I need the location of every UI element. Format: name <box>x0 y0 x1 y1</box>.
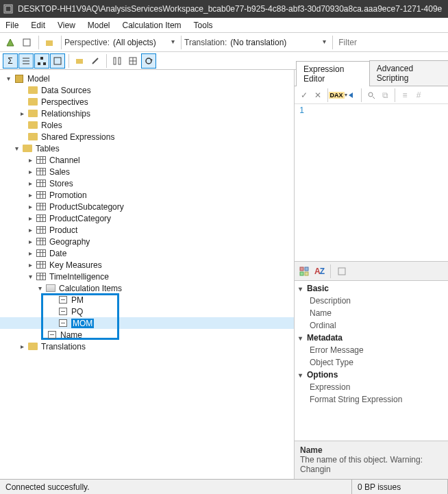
property-pages-icon[interactable] <box>335 264 349 278</box>
tree-folder-shared[interactable]: ▸Shared Expressions <box>0 131 294 143</box>
tree-calcitem-pm[interactable]: .PM <box>0 294 294 306</box>
edit-icon[interactable] <box>88 53 103 69</box>
svg-point-22 <box>369 92 373 97</box>
menu-calculation-item[interactable]: Calculation Item <box>123 21 182 30</box>
columns-icon[interactable] <box>110 53 125 69</box>
tree-table[interactable]: ▸Promotion <box>0 189 294 201</box>
prop-formatstr[interactable]: Format String Expression <box>295 393 448 406</box>
svg-rect-3 <box>23 39 30 46</box>
window-title: DESKTOP-HH1V9AQ\AnalysisServicesWorkspac… <box>18 4 442 14</box>
folder-icon <box>22 144 33 153</box>
translation-combo[interactable]: (No translation) <box>227 36 329 49</box>
tree-table-ti[interactable]: ▾TimeIntelligence <box>0 271 294 282</box>
cube-icon[interactable] <box>19 35 34 50</box>
property-toolbar: AZ <box>295 262 448 281</box>
folder-icon <box>27 342 38 351</box>
calc-item-icon <box>58 319 69 328</box>
tree-model[interactable]: ▾Model <box>0 73 294 84</box>
tab-advanced-scripting[interactable]: Advanced Scripting <box>369 60 448 86</box>
hierarchy-icon[interactable] <box>34 53 49 69</box>
separator <box>361 88 362 102</box>
deploy-icon[interactable] <box>3 35 18 50</box>
table-icon <box>36 214 47 223</box>
menu-file[interactable]: File <box>5 21 18 30</box>
separator <box>395 88 395 102</box>
menu-model[interactable]: Model <box>88 21 110 30</box>
property-help: Name The name of this object. Warning: C… <box>295 441 448 479</box>
model-tree[interactable]: ▾Model ▸Data Sources ▸Perspectives ▸Rela… <box>0 70 295 479</box>
app-icon <box>3 3 14 14</box>
tree-folder-relationships[interactable]: ▸Relationships <box>0 108 294 119</box>
alphabetical-icon[interactable]: AZ <box>312 264 326 278</box>
table-icon <box>36 202 47 212</box>
indent-icon[interactable]: ≡ <box>398 88 412 102</box>
table-icon <box>36 237 47 247</box>
tree-folder-translations[interactable]: ▸Translations <box>0 341 294 352</box>
tree-folder-datasources[interactable]: ▸Data Sources <box>0 84 294 96</box>
tree-name-column[interactable]: .Name <box>0 329 294 341</box>
perspective-combo[interactable]: (All objects) <box>110 36 178 49</box>
folder-icon <box>27 109 38 119</box>
tree-table[interactable]: ▸Key Measures <box>0 259 294 271</box>
copy-icon[interactable]: ⧉ <box>378 88 392 102</box>
calc-item-icon <box>58 295 69 305</box>
expression-editor[interactable]: 1 <box>295 104 448 262</box>
tree-folder-roles[interactable]: ▸Roles <box>0 119 294 131</box>
prop-description[interactable]: Description <box>295 295 448 307</box>
folder-view-icon[interactable] <box>72 53 87 69</box>
perspective-label: Perspective: <box>64 38 110 47</box>
calc-item-icon <box>58 307 69 317</box>
prop-ordinal[interactable]: Ordinal <box>295 319 448 332</box>
folder-icon <box>27 97 38 107</box>
prop-objtype[interactable]: Object Type <box>295 356 448 369</box>
goto-icon[interactable] <box>345 88 358 102</box>
prop-group-metadata[interactable]: ▾Metadata <box>295 332 448 344</box>
categorized-icon[interactable] <box>297 264 311 278</box>
cancel-icon[interactable]: ✕ <box>311 88 325 102</box>
tree-calcitem-pq[interactable]: .PQ <box>0 306 294 317</box>
open-icon[interactable] <box>42 35 57 50</box>
comment-icon[interactable]: # <box>412 88 425 102</box>
tree-table[interactable]: ▸ProductSubcategory <box>0 201 294 212</box>
refresh-icon[interactable] <box>141 53 156 69</box>
tree-table[interactable]: ▸Sales <box>0 166 294 177</box>
tree-tables[interactable]: ▾Tables <box>0 143 294 154</box>
prop-error[interactable]: Error Message <box>295 344 448 356</box>
tree-folder-perspectives[interactable]: ▸Perspectives <box>0 96 294 108</box>
dax-dropdown[interactable]: DAX▾ <box>331 88 345 102</box>
svg-rect-11 <box>54 58 61 64</box>
tree-calcitem-mom[interactable]: .MOM <box>0 317 294 329</box>
svg-rect-10 <box>43 62 46 65</box>
cube-view-icon[interactable] <box>50 53 65 69</box>
accept-icon[interactable]: ✓ <box>297 88 311 102</box>
property-grid[interactable]: ▾Basic Description Name Ordinal ▾Metadat… <box>295 281 448 441</box>
prop-name[interactable]: Name <box>295 307 448 319</box>
tree-table[interactable]: ▸Channel <box>0 154 294 166</box>
list-icon[interactable] <box>18 53 34 69</box>
table-icon <box>36 156 47 165</box>
code-area[interactable] <box>307 104 448 261</box>
help-name: Name <box>300 445 443 455</box>
separator <box>69 54 69 68</box>
prop-group-options[interactable]: ▾Options <box>295 369 448 381</box>
menu-view[interactable]: View <box>58 21 75 30</box>
tree-table[interactable]: ▸Geography <box>0 236 294 247</box>
svg-rect-28 <box>338 268 345 275</box>
tree-table[interactable]: ▸Product <box>0 224 294 236</box>
tab-expression-editor[interactable]: Expression Editor <box>296 61 370 86</box>
tree-calcitems[interactable]: ▾Calculation Items <box>0 282 294 294</box>
menu-edit[interactable]: Edit <box>31 21 45 30</box>
prop-group-basic[interactable]: ▾Basic <box>295 282 448 295</box>
filter-input[interactable] <box>336 36 445 49</box>
tree-table[interactable]: ▸Stores <box>0 177 294 189</box>
separator <box>330 264 331 278</box>
svg-rect-15 <box>119 58 121 64</box>
grid-icon[interactable] <box>125 53 140 69</box>
sigma-icon[interactable]: Σ <box>3 53 18 69</box>
menu-tools[interactable]: Tools <box>194 21 213 30</box>
tree-table[interactable]: ▸ProductCategory <box>0 212 294 224</box>
folder-icon <box>27 132 38 142</box>
tree-table[interactable]: ▸Date <box>0 247 294 259</box>
search-icon[interactable] <box>364 88 378 102</box>
prop-expression[interactable]: Expression <box>295 381 448 393</box>
